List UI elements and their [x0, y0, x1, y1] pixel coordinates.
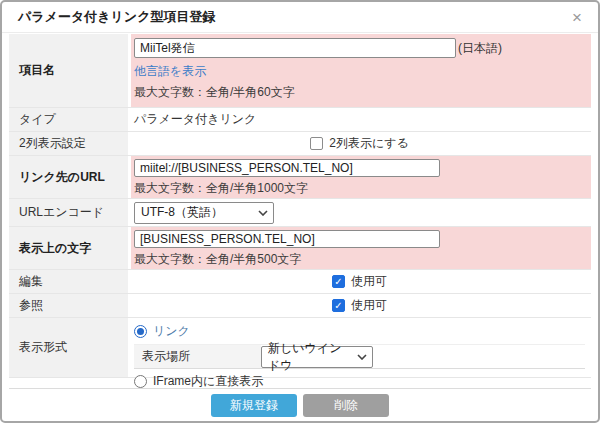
link-radio[interactable]: [134, 325, 147, 338]
row-edit: 編集 使用可: [9, 270, 591, 294]
item-name-input[interactable]: [134, 38, 456, 58]
two-column-checkbox[interactable]: [310, 137, 323, 150]
item-name-label: 項目名: [9, 34, 131, 107]
two-column-label: 2列表示設定: [9, 132, 131, 155]
edit-checkbox[interactable]: [332, 275, 345, 288]
row-display-format: 表示形式 リンク 表示場所 新しいウインドウ IFrame内に直接表示: [9, 318, 591, 378]
dialog-title: パラメータ付きリンク型項目登録: [18, 8, 215, 26]
link-url-input[interactable]: [134, 159, 440, 177]
close-icon[interactable]: ×: [568, 7, 586, 28]
row-item-name: 項目名 (日本語) 他言語を表示 最大文字数：全角/半角60文字: [9, 34, 591, 108]
display-place-select[interactable]: 新しいウインドウ: [261, 346, 373, 368]
delete-button[interactable]: 削除: [303, 394, 389, 417]
url-encode-label: URLエンコード: [9, 199, 131, 226]
dialog-footer: 新規登録 削除: [9, 388, 591, 421]
link-url-max-note: 最大文字数：全角/半角1000文字: [134, 180, 585, 197]
url-encode-select[interactable]: UTF-8（英語）: [134, 202, 274, 224]
chevron-down-icon: [357, 354, 367, 360]
item-name-max-note: 最大文字数：全角/半角60文字: [134, 84, 585, 101]
url-encode-selected-value: UTF-8（英語）: [141, 204, 223, 221]
dialog-parameter-link-item: パラメータ付きリンク型項目登録 × 項目名 (日本語) 他言語を表示 最大文字数…: [0, 0, 600, 423]
display-text-max-note: 最大文字数：全角/半角500文字: [134, 251, 585, 268]
display-place-label: 表示場所: [134, 345, 261, 368]
row-display-text: 表示上の文字 最大文字数：全角/半角500文字: [9, 227, 591, 270]
iframe-radio[interactable]: [134, 375, 147, 388]
edit-label: 編集: [9, 270, 131, 293]
reference-label: 参照: [9, 294, 131, 317]
display-text-input[interactable]: [134, 230, 440, 248]
row-reference: 参照 使用可: [9, 294, 591, 318]
row-link-url: リンク先のURL 最大文字数：全角/半角1000文字: [9, 156, 591, 199]
type-label: タイプ: [9, 108, 131, 131]
register-button[interactable]: 新規登録: [211, 394, 297, 417]
edit-checkbox-label: 使用可: [351, 273, 387, 290]
link-url-label: リンク先のURL: [9, 156, 131, 198]
row-type: タイプ パラメータ付きリンク: [9, 108, 591, 132]
row-url-encode: URLエンコード UTF-8（英語）: [9, 199, 591, 227]
row-two-column: 2列表示設定 2列表示にする: [9, 132, 591, 156]
display-place-selected-value: 新しいウインドウ: [268, 340, 349, 374]
chevron-down-icon: [258, 210, 268, 216]
reference-checkbox-label: 使用可: [351, 297, 387, 314]
dialog-titlebar: パラメータ付きリンク型項目登録 ×: [2, 2, 598, 33]
other-language-link[interactable]: 他言語を表示: [134, 63, 585, 80]
reference-checkbox[interactable]: [332, 299, 345, 312]
item-name-lang-note: (日本語): [458, 40, 502, 57]
link-radio-label: リンク: [153, 323, 190, 340]
type-value: パラメータ付きリンク: [134, 111, 585, 128]
display-format-label: 表示形式: [9, 318, 131, 377]
two-column-checkbox-label: 2列表示にする: [329, 135, 409, 152]
display-place-subrow: 表示場所 新しいウインドウ: [134, 344, 585, 369]
display-text-label: 表示上の文字: [9, 227, 131, 269]
form-table: 項目名 (日本語) 他言語を表示 最大文字数：全角/半角60文字 タイプ パラメ…: [9, 34, 591, 378]
